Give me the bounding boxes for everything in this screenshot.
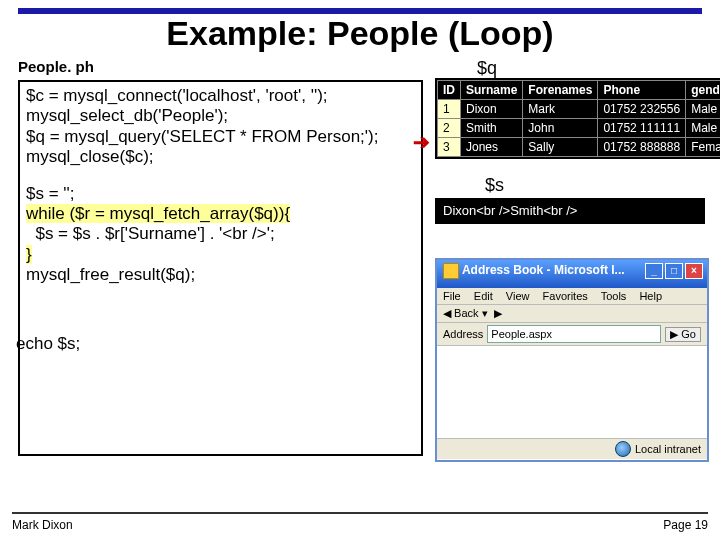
- cell: Dixon: [461, 100, 523, 119]
- menu-help[interactable]: Help: [639, 290, 662, 302]
- menu-view[interactable]: View: [506, 290, 530, 302]
- go-label: Go: [681, 328, 696, 340]
- label-s: $s: [485, 175, 504, 196]
- minimize-icon[interactable]: _: [645, 263, 663, 279]
- code-box: $c = mysql_connect('localhost', 'root', …: [18, 80, 423, 456]
- status-text: Local intranet: [635, 443, 701, 455]
- cell: Male: [686, 100, 720, 119]
- address-bar: Address ▶ Go: [437, 323, 707, 346]
- table-row: 3 Jones Sally 01752 888888 Female: [438, 138, 721, 157]
- browser-toolbar: ◀ Back ▾ ▶: [437, 305, 707, 323]
- cell: John: [523, 119, 598, 138]
- browser-statusbar: Local intranet: [437, 438, 707, 459]
- forward-button[interactable]: ▶: [494, 307, 502, 319]
- highlight-brace: }: [26, 245, 32, 264]
- cell: Sally: [523, 138, 598, 157]
- back-button[interactable]: ◀ Back ▾: [443, 307, 488, 319]
- browser-menubar: File Edit View Favorites Tools Help: [437, 288, 707, 305]
- col-forenames: Forenames: [523, 81, 598, 100]
- col-id: ID: [438, 81, 461, 100]
- address-label: Address: [443, 328, 483, 340]
- code-line: $s = $s . $r['Surname'] . '<br />';: [26, 224, 415, 244]
- menu-file[interactable]: File: [443, 290, 461, 302]
- highlight-while: while ($r = mysql_fetch_array($q)){: [26, 204, 290, 223]
- code-line: $c = mysql_connect('localhost', 'root', …: [26, 86, 415, 106]
- code-line: mysql_free_result($q);: [26, 265, 415, 285]
- code-line: mysql_close($c);: [26, 147, 415, 167]
- code-line: mysql_select_db('People');: [26, 106, 415, 126]
- footer-page: Page 19: [663, 518, 708, 532]
- col-gender: gender: [686, 81, 720, 100]
- cell: 01752 111111: [598, 119, 686, 138]
- col-surname: Surname: [461, 81, 523, 100]
- cell: Jones: [461, 138, 523, 157]
- cell: 01752 232556: [598, 100, 686, 119]
- footer-divider: [12, 512, 708, 514]
- cell: 2: [438, 119, 461, 138]
- code-line: $s = '';: [26, 184, 415, 204]
- file-label-line1: People. ph: [18, 58, 94, 75]
- cell: Female: [686, 138, 720, 157]
- cell: 3: [438, 138, 461, 157]
- back-label: Back: [454, 307, 478, 319]
- table-row: 2 Smith John 01752 111111 Male: [438, 119, 721, 138]
- address-input[interactable]: [487, 325, 661, 343]
- code-line: echo $s;: [16, 334, 415, 354]
- col-phone: Phone: [598, 81, 686, 100]
- arrow-icon: ➔: [413, 130, 430, 154]
- browser-titlebar: Address Book - Microsoft I... _ □ ×: [437, 260, 707, 288]
- intranet-icon: [615, 441, 631, 457]
- cell: Mark: [523, 100, 598, 119]
- label-q: $q: [475, 58, 499, 79]
- code-line: while ($r = mysql_fetch_array($q)){: [26, 204, 415, 224]
- menu-edit[interactable]: Edit: [474, 290, 493, 302]
- go-button[interactable]: ▶ Go: [665, 327, 701, 342]
- book-icon: [443, 263, 459, 279]
- table-row: 1 Dixon Mark 01752 232556 Male: [438, 100, 721, 119]
- maximize-icon[interactable]: □: [665, 263, 683, 279]
- close-icon[interactable]: ×: [685, 263, 703, 279]
- cell: 1: [438, 100, 461, 119]
- cell: Smith: [461, 119, 523, 138]
- browser-window: Address Book - Microsoft I... _ □ × File…: [435, 258, 709, 462]
- menu-favorites[interactable]: Favorites: [543, 290, 588, 302]
- footer-author: Mark Dixon: [12, 518, 73, 532]
- cell: Male: [686, 119, 720, 138]
- slide-title: Example: People (Loop): [0, 14, 720, 53]
- query-result-table: ➔ ID Surname Forenames Phone gender 1 Di…: [435, 78, 720, 159]
- table-header: ID Surname Forenames Phone gender: [438, 81, 721, 100]
- browser-title-text: Address Book - Microsoft I...: [462, 263, 625, 277]
- cell: 01752 888888: [598, 138, 686, 157]
- string-output-box: Dixon<br />Smith<br />: [435, 198, 705, 224]
- code-line: }: [26, 245, 415, 265]
- menu-tools[interactable]: Tools: [601, 290, 627, 302]
- browser-content: [437, 346, 707, 438]
- code-line: $q = mysql_query('SELECT * FROM Person;'…: [26, 127, 415, 147]
